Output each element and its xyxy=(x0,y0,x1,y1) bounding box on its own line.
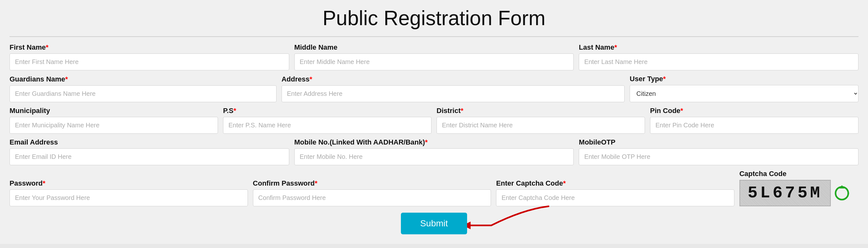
password-input[interactable] xyxy=(9,189,248,206)
password-label: Password* xyxy=(9,179,248,187)
mobile-label: Mobile No.(Linked With AADHAR/Bank)* xyxy=(294,138,574,147)
user-type-select[interactable]: Citizen Admin Officer xyxy=(630,85,859,102)
address-label: Address* xyxy=(282,75,625,84)
arrow-container xyxy=(460,203,555,236)
mobile-otp-label: MobileOTP xyxy=(579,138,859,147)
captcha-input-group: Enter Captcha Code* xyxy=(496,179,734,206)
row-2: Guardians Name* Address* User Type* Citi… xyxy=(9,75,859,102)
first-name-group: First Name* xyxy=(9,43,289,70)
mobile-otp-input[interactable] xyxy=(579,148,859,165)
captcha-image: 5L675M xyxy=(740,180,831,206)
email-input[interactable] xyxy=(9,148,289,165)
captcha-input-label: Enter Captcha Code* xyxy=(496,179,734,187)
confirm-password-label: Confirm Password* xyxy=(253,179,491,187)
ps-input[interactable] xyxy=(223,117,431,134)
captcha-display-label: Captcha Code xyxy=(740,170,859,178)
guardians-name-group: Guardians Name* xyxy=(9,75,277,102)
email-label: Email Address xyxy=(9,138,289,147)
guardians-name-input[interactable] xyxy=(9,85,277,102)
form-container: Public Registration Form First Name* Mid… xyxy=(0,0,868,244)
district-group: District* xyxy=(437,107,645,134)
guardians-name-label: Guardians Name* xyxy=(9,75,277,84)
middle-name-group: Middle Name xyxy=(294,43,574,70)
arrow-icon xyxy=(460,203,555,235)
district-input[interactable] xyxy=(437,117,645,134)
ps-label: P.S* xyxy=(223,107,431,115)
ps-group: P.S* xyxy=(223,107,431,134)
address-input[interactable] xyxy=(282,85,625,102)
mobile-input[interactable] xyxy=(294,148,574,165)
mobile-otp-group: MobileOTP xyxy=(579,138,859,165)
email-group: Email Address xyxy=(9,138,289,165)
pin-code-group: Pin Code* xyxy=(650,107,859,134)
captcha-display-group: Captcha Code 5L675M xyxy=(740,170,859,206)
first-name-input[interactable] xyxy=(9,54,289,70)
row-4: Email Address Mobile No.(Linked With AAD… xyxy=(9,138,859,165)
row-1: First Name* Middle Name Last Name* xyxy=(9,43,859,70)
row-3: Municipality P.S* District* Pin Code* xyxy=(9,107,859,134)
municipality-input[interactable] xyxy=(9,117,218,134)
user-type-group: User Type* Citizen Admin Officer xyxy=(630,75,859,102)
confirm-password-group: Confirm Password* xyxy=(253,179,491,206)
captcha-section: 5L675M xyxy=(740,180,859,206)
user-type-label: User Type* xyxy=(630,75,859,83)
refresh-icon xyxy=(834,185,850,201)
pin-code-label: Pin Code* xyxy=(650,107,859,115)
pin-code-input[interactable] xyxy=(650,117,859,134)
row-5: Password* Confirm Password* Enter Captch… xyxy=(9,170,859,206)
middle-name-label: Middle Name xyxy=(294,43,574,52)
first-name-label: First Name* xyxy=(9,43,289,52)
last-name-input[interactable] xyxy=(579,54,859,70)
address-group: Address* xyxy=(282,75,625,102)
submit-row: Submit xyxy=(9,213,859,234)
confirm-password-input[interactable] xyxy=(253,189,491,206)
district-label: District* xyxy=(437,107,645,115)
middle-name-input[interactable] xyxy=(294,54,574,70)
page-title: Public Registration Form xyxy=(9,3,859,37)
submit-button[interactable]: Submit xyxy=(401,213,467,234)
refresh-captcha-button[interactable] xyxy=(834,185,850,201)
mobile-group: Mobile No.(Linked With AADHAR/Bank)* xyxy=(294,138,574,165)
municipality-group: Municipality xyxy=(9,107,218,134)
last-name-group: Last Name* xyxy=(579,43,859,70)
municipality-label: Municipality xyxy=(9,107,218,115)
last-name-label: Last Name* xyxy=(579,43,859,52)
password-group: Password* xyxy=(9,179,248,206)
